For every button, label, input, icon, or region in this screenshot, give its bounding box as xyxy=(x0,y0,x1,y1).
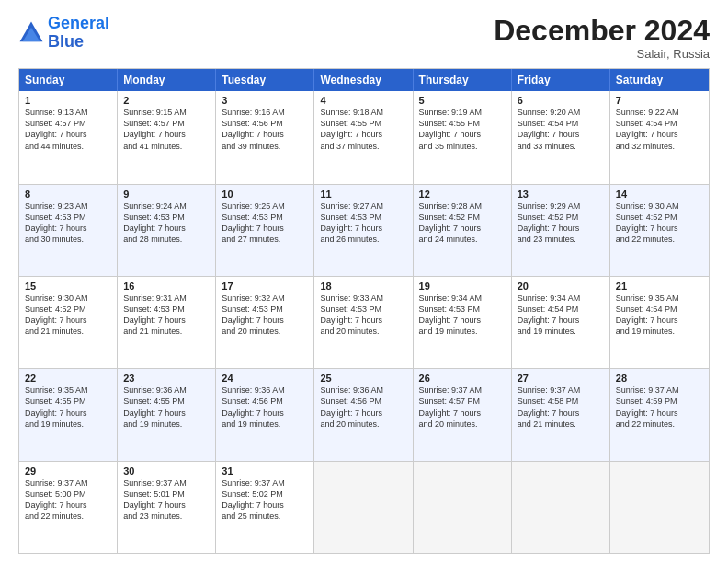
calendar-cell: 9Sunrise: 9:24 AMSunset: 4:53 PMDaylight… xyxy=(118,185,216,276)
cell-info: Sunrise: 9:36 AMSunset: 4:56 PMDaylight:… xyxy=(320,385,406,430)
calendar-row: 15Sunrise: 9:30 AMSunset: 4:52 PMDayligh… xyxy=(19,276,709,368)
cal-header-cell: Friday xyxy=(512,69,610,91)
cell-info: Sunrise: 9:25 AMSunset: 4:53 PMDaylight:… xyxy=(222,201,308,246)
calendar-cell: 28Sunrise: 9:37 AMSunset: 4:59 PMDayligh… xyxy=(610,369,709,460)
day-number: 26 xyxy=(419,373,506,384)
day-number: 23 xyxy=(123,373,210,384)
cell-info: Sunrise: 9:36 AMSunset: 4:55 PMDaylight:… xyxy=(123,385,210,430)
cell-info: Sunrise: 9:36 AMSunset: 4:56 PMDaylight:… xyxy=(222,385,308,430)
cal-header-cell: Saturday xyxy=(610,69,709,91)
cell-info: Sunrise: 9:33 AMSunset: 4:53 PMDaylight:… xyxy=(320,293,406,338)
cell-info: Sunrise: 9:32 AMSunset: 4:53 PMDaylight:… xyxy=(222,293,308,338)
logo-icon xyxy=(18,20,44,46)
day-number: 27 xyxy=(518,373,604,384)
day-number: 1 xyxy=(25,95,111,106)
calendar-cell: 15Sunrise: 9:30 AMSunset: 4:52 PMDayligh… xyxy=(19,277,118,368)
calendar-row: 1Sunrise: 9:13 AMSunset: 4:57 PMDaylight… xyxy=(19,91,709,183)
day-number: 19 xyxy=(419,281,506,292)
cal-header-cell: Thursday xyxy=(414,69,512,91)
cell-info: Sunrise: 9:27 AMSunset: 4:53 PMDaylight:… xyxy=(320,201,406,246)
cell-info: Sunrise: 9:15 AMSunset: 4:57 PMDaylight:… xyxy=(123,107,210,152)
calendar-cell: 21Sunrise: 9:35 AMSunset: 4:54 PMDayligh… xyxy=(610,277,709,368)
day-number: 24 xyxy=(222,373,308,384)
calendar-row: 8Sunrise: 9:23 AMSunset: 4:53 PMDaylight… xyxy=(19,184,709,276)
cell-info: Sunrise: 9:22 AMSunset: 4:54 PMDaylight:… xyxy=(616,107,703,152)
calendar-cell: 26Sunrise: 9:37 AMSunset: 4:57 PMDayligh… xyxy=(414,369,512,460)
cal-header-cell: Wednesday xyxy=(314,69,413,91)
calendar-cell: 4Sunrise: 9:18 AMSunset: 4:55 PMDaylight… xyxy=(314,91,413,183)
cell-info: Sunrise: 9:23 AMSunset: 4:53 PMDaylight:… xyxy=(25,201,111,246)
calendar-cell: 29Sunrise: 9:37 AMSunset: 5:00 PMDayligh… xyxy=(19,462,118,553)
calendar-cell: 10Sunrise: 9:25 AMSunset: 4:53 PMDayligh… xyxy=(216,185,314,276)
day-number: 21 xyxy=(616,281,703,292)
day-number: 15 xyxy=(25,281,111,292)
day-number: 10 xyxy=(222,189,308,200)
calendar-cell: 14Sunrise: 9:30 AMSunset: 4:52 PMDayligh… xyxy=(610,185,709,276)
logo: General Blue xyxy=(18,15,109,52)
cell-info: Sunrise: 9:35 AMSunset: 4:55 PMDaylight:… xyxy=(25,385,111,430)
calendar-cell xyxy=(314,462,413,553)
calendar-row: 29Sunrise: 9:37 AMSunset: 5:00 PMDayligh… xyxy=(19,461,709,553)
cell-info: Sunrise: 9:18 AMSunset: 4:55 PMDaylight:… xyxy=(320,107,406,152)
cell-info: Sunrise: 9:37 AMSunset: 5:01 PMDaylight:… xyxy=(123,477,210,523)
cal-header-cell: Monday xyxy=(118,69,216,91)
day-number: 22 xyxy=(25,373,111,384)
cell-info: Sunrise: 9:28 AMSunset: 4:52 PMDaylight:… xyxy=(419,201,506,246)
calendar-cell: 6Sunrise: 9:20 AMSunset: 4:54 PMDaylight… xyxy=(512,91,610,183)
day-number: 28 xyxy=(616,373,703,384)
cell-info: Sunrise: 9:30 AMSunset: 4:52 PMDaylight:… xyxy=(25,293,111,338)
cell-info: Sunrise: 9:30 AMSunset: 4:52 PMDaylight:… xyxy=(616,201,703,246)
day-number: 16 xyxy=(123,281,210,292)
day-number: 18 xyxy=(320,281,406,292)
cell-info: Sunrise: 9:29 AMSunset: 4:52 PMDaylight:… xyxy=(518,201,604,246)
day-number: 2 xyxy=(123,95,210,106)
calendar-cell: 17Sunrise: 9:32 AMSunset: 4:53 PMDayligh… xyxy=(216,277,314,368)
day-number: 29 xyxy=(25,465,111,477)
cell-info: Sunrise: 9:37 AMSunset: 4:57 PMDaylight:… xyxy=(419,385,506,430)
calendar-body: 1Sunrise: 9:13 AMSunset: 4:57 PMDaylight… xyxy=(19,91,709,553)
calendar-cell: 23Sunrise: 9:36 AMSunset: 4:55 PMDayligh… xyxy=(118,369,216,460)
day-number: 20 xyxy=(518,281,604,292)
cell-info: Sunrise: 9:19 AMSunset: 4:55 PMDaylight:… xyxy=(419,107,506,152)
cell-info: Sunrise: 9:35 AMSunset: 4:54 PMDaylight:… xyxy=(616,293,703,338)
calendar-cell: 27Sunrise: 9:37 AMSunset: 4:58 PMDayligh… xyxy=(512,369,610,460)
calendar-cell: 30Sunrise: 9:37 AMSunset: 5:01 PMDayligh… xyxy=(118,462,216,553)
calendar-cell: 8Sunrise: 9:23 AMSunset: 4:53 PMDaylight… xyxy=(19,185,118,276)
calendar-cell: 20Sunrise: 9:34 AMSunset: 4:54 PMDayligh… xyxy=(512,277,610,368)
day-number: 6 xyxy=(518,95,604,106)
cal-header-cell: Sunday xyxy=(19,69,118,91)
calendar-cell: 18Sunrise: 9:33 AMSunset: 4:53 PMDayligh… xyxy=(314,277,413,368)
cell-info: Sunrise: 9:37 AMSunset: 5:02 PMDaylight:… xyxy=(222,477,308,523)
day-number: 30 xyxy=(123,465,210,477)
month-title: December 2024 xyxy=(494,15,710,47)
day-number: 4 xyxy=(320,95,406,106)
calendar-cell: 5Sunrise: 9:19 AMSunset: 4:55 PMDaylight… xyxy=(414,91,512,183)
calendar-cell: 12Sunrise: 9:28 AMSunset: 4:52 PMDayligh… xyxy=(414,185,512,276)
title-area: December 2024 Salair, Russia xyxy=(494,15,710,61)
day-number: 17 xyxy=(222,281,308,292)
calendar-cell: 24Sunrise: 9:36 AMSunset: 4:56 PMDayligh… xyxy=(216,369,314,460)
calendar-cell: 16Sunrise: 9:31 AMSunset: 4:53 PMDayligh… xyxy=(118,277,216,368)
cell-info: Sunrise: 9:34 AMSunset: 4:54 PMDaylight:… xyxy=(518,293,604,338)
calendar-cell xyxy=(610,462,709,553)
cal-header-cell: Tuesday xyxy=(216,69,314,91)
calendar-cell xyxy=(512,462,610,553)
cell-info: Sunrise: 9:20 AMSunset: 4:54 PMDaylight:… xyxy=(518,107,604,152)
calendar-row: 22Sunrise: 9:35 AMSunset: 4:55 PMDayligh… xyxy=(19,368,709,460)
calendar-cell: 19Sunrise: 9:34 AMSunset: 4:53 PMDayligh… xyxy=(414,277,512,368)
calendar-header: SundayMondayTuesdayWednesdayThursdayFrid… xyxy=(19,69,709,91)
day-number: 13 xyxy=(518,189,604,200)
header: General Blue December 2024 Salair, Russi… xyxy=(18,15,710,61)
day-number: 14 xyxy=(616,189,703,200)
calendar-cell: 25Sunrise: 9:36 AMSunset: 4:56 PMDayligh… xyxy=(314,369,413,460)
calendar-cell: 1Sunrise: 9:13 AMSunset: 4:57 PMDaylight… xyxy=(19,91,118,183)
day-number: 12 xyxy=(419,189,506,200)
calendar-cell: 2Sunrise: 9:15 AMSunset: 4:57 PMDaylight… xyxy=(118,91,216,183)
calendar-cell: 11Sunrise: 9:27 AMSunset: 4:53 PMDayligh… xyxy=(314,185,413,276)
page: General Blue December 2024 Salair, Russi… xyxy=(0,0,728,563)
calendar-cell: 7Sunrise: 9:22 AMSunset: 4:54 PMDaylight… xyxy=(610,91,709,183)
calendar-cell: 22Sunrise: 9:35 AMSunset: 4:55 PMDayligh… xyxy=(19,369,118,460)
logo-text: General Blue xyxy=(48,15,109,52)
day-number: 3 xyxy=(222,95,308,106)
day-number: 11 xyxy=(320,189,406,200)
